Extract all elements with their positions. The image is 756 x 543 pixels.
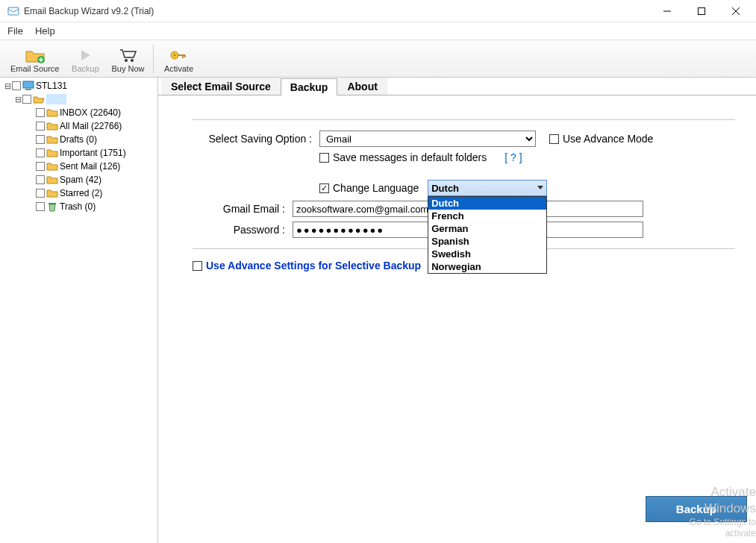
tree-folder-label: All Mail (22766) bbox=[60, 121, 122, 131]
checkbox[interactable] bbox=[36, 148, 45, 157]
folder-icon bbox=[46, 175, 58, 185]
language-option[interactable]: Dutch bbox=[428, 197, 546, 210]
tree-folder-label: Trash (0) bbox=[60, 201, 96, 212]
checkbox[interactable] bbox=[36, 108, 45, 117]
tree-folder[interactable]: All Mail (22766) bbox=[3, 119, 154, 133]
tool-email-source[interactable]: Email Source bbox=[6, 42, 63, 75]
tree-folder[interactable]: INBOX (22640) bbox=[3, 106, 154, 119]
folder-icon bbox=[46, 188, 58, 198]
tree-account-label bbox=[46, 94, 66, 104]
folder-open-icon bbox=[33, 94, 45, 104]
save-default-label: Save messages in default folders bbox=[333, 151, 487, 163]
tree-root[interactable]: ⊟ STL131 bbox=[3, 79, 154, 92]
tab-select-email-source[interactable]: Select Email Source bbox=[161, 78, 281, 95]
play-icon bbox=[78, 46, 93, 64]
app-icon bbox=[7, 5, 19, 17]
backup-panel: Select Saving Option : Gmail Use Advance… bbox=[158, 95, 756, 543]
language-select[interactable]: Dutch bbox=[428, 180, 547, 196]
svg-rect-2 bbox=[699, 7, 705, 14]
save-default-checkbox[interactable]: Save messages in default folders bbox=[319, 151, 487, 163]
minimize-button[interactable] bbox=[650, 0, 684, 22]
key-icon bbox=[169, 46, 188, 64]
language-option[interactable]: Swedish bbox=[428, 248, 546, 260]
tool-backup-label: Backup bbox=[72, 64, 99, 73]
language-option[interactable]: Norwegian bbox=[428, 260, 546, 273]
collapse-icon[interactable]: ⊟ bbox=[13, 95, 22, 104]
backup-button[interactable]: Backup bbox=[646, 496, 747, 522]
tree-folder-label: Spam (42) bbox=[60, 175, 101, 185]
checkbox-box: ✓ bbox=[319, 183, 329, 193]
svg-point-6 bbox=[125, 59, 128, 62]
folder-icon bbox=[46, 161, 58, 172]
saving-option-select[interactable]: Gmail bbox=[319, 131, 536, 147]
svg-rect-12 bbox=[49, 203, 56, 204]
password-label: Password : bbox=[193, 224, 285, 236]
tab-backup[interactable]: Backup bbox=[281, 78, 338, 95]
svg-rect-10 bbox=[23, 81, 34, 88]
svg-rect-11 bbox=[25, 89, 31, 90]
tabs: Select Email Source Backup About bbox=[158, 78, 756, 95]
checkbox[interactable] bbox=[22, 95, 31, 104]
tree-root-label: STL131 bbox=[36, 81, 67, 91]
checkbox[interactable] bbox=[36, 202, 45, 211]
tab-about[interactable]: About bbox=[337, 78, 387, 95]
folder-icon bbox=[46, 148, 58, 158]
checkbox[interactable] bbox=[36, 189, 45, 198]
saving-option-label: Select Saving Option : bbox=[193, 133, 312, 145]
menubar: File Help bbox=[0, 22, 756, 40]
tree-folder[interactable]: Sent Mail (126) bbox=[3, 160, 154, 173]
checkbox[interactable] bbox=[36, 122, 45, 131]
toolbar: Email Source Backup Buy Now Activate bbox=[0, 40, 756, 78]
folder-icon bbox=[46, 121, 58, 131]
change-language-checkbox[interactable]: ✓ Change Language bbox=[319, 182, 419, 194]
language-option[interactable]: Spanish bbox=[428, 235, 546, 248]
checkbox[interactable] bbox=[36, 175, 45, 184]
close-button[interactable] bbox=[719, 0, 753, 22]
sidebar: ⊟ STL131 ⊟ INBOX (22640)All Mail (22766)… bbox=[0, 78, 158, 543]
window-title: Email Backup Wizard v9.2 (Trial) bbox=[24, 6, 650, 16]
language-dropdown-list: DutchFrenchGermanSpanishSwedishNorwegian bbox=[428, 196, 547, 274]
checkbox[interactable] bbox=[12, 81, 21, 90]
checkbox-box bbox=[193, 261, 202, 271]
menu-file[interactable]: File bbox=[7, 25, 23, 37]
checkbox[interactable] bbox=[36, 135, 45, 144]
toolbar-separator bbox=[153, 45, 154, 73]
tree-folder-label: INBOX (22640) bbox=[60, 107, 121, 118]
collapse-icon[interactable]: ⊟ bbox=[3, 81, 12, 91]
chevron-down-icon bbox=[537, 186, 543, 190]
checkbox-box bbox=[549, 134, 559, 144]
main-split: ⊟ STL131 ⊟ INBOX (22640)All Mail (22766)… bbox=[0, 78, 756, 543]
tree-folder-label: Drafts (0) bbox=[60, 134, 97, 145]
tree-folder[interactable]: Starred (2) bbox=[3, 186, 154, 200]
checkbox-box bbox=[319, 153, 329, 163]
content-area: Select Email Source Backup About Select … bbox=[158, 78, 756, 543]
language-option[interactable]: French bbox=[428, 210, 546, 222]
email-label: Gmail Email : bbox=[193, 203, 285, 215]
advance-mode-checkbox[interactable]: Use Advance Mode bbox=[549, 133, 653, 145]
tree-folder[interactable]: Spam (42) bbox=[3, 173, 154, 186]
tree-folder[interactable]: Drafts (0) bbox=[3, 133, 154, 146]
tree-folder[interactable]: Trash (0) bbox=[3, 200, 154, 213]
advance-settings-checkbox[interactable]: Use Advance Settings for Selective Backu… bbox=[193, 260, 421, 272]
checkbox[interactable] bbox=[36, 162, 45, 171]
tree-account[interactable]: ⊟ bbox=[3, 92, 154, 106]
change-language-label: Change Language bbox=[333, 182, 419, 194]
tool-activate[interactable]: Activate bbox=[158, 42, 199, 75]
language-option[interactable]: German bbox=[428, 222, 546, 235]
trash-icon bbox=[46, 201, 58, 212]
folder-icon bbox=[46, 134, 58, 145]
help-link[interactable]: [ ? ] bbox=[504, 151, 522, 163]
tree-folder-label: Important (1751) bbox=[60, 148, 126, 158]
svg-point-9 bbox=[174, 54, 176, 57]
computer-icon bbox=[22, 81, 34, 91]
tool-buy-now[interactable]: Buy Now bbox=[107, 42, 149, 75]
language-selected: Dutch bbox=[431, 183, 459, 194]
tool-buy-now-label: Buy Now bbox=[111, 64, 144, 73]
maximize-button[interactable] bbox=[684, 0, 719, 22]
menu-help[interactable]: Help bbox=[35, 25, 55, 37]
tree-folder[interactable]: Important (1751) bbox=[3, 146, 154, 160]
tool-backup[interactable]: Backup bbox=[65, 42, 105, 75]
svg-point-7 bbox=[131, 59, 134, 62]
footer: Backup bbox=[646, 496, 747, 522]
tool-email-source-label: Email Source bbox=[10, 64, 59, 73]
